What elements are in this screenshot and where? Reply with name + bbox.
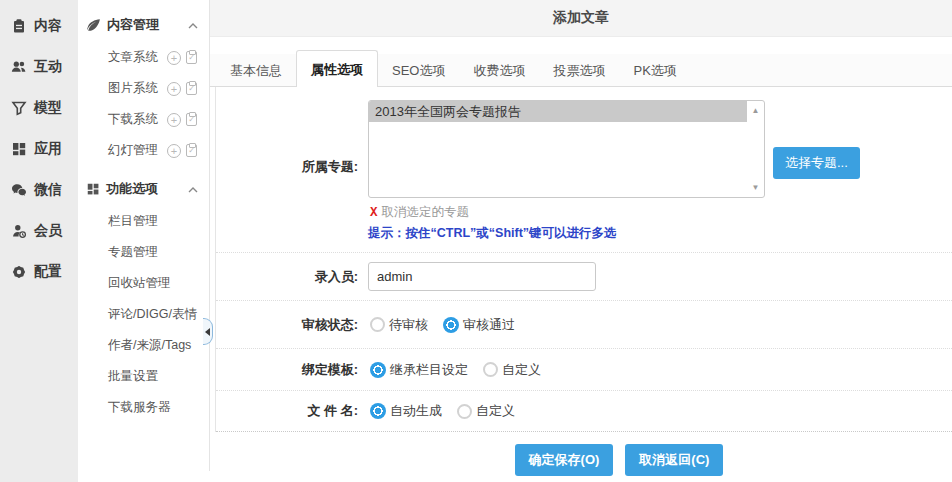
menu-item-column-management[interactable]: 栏目管理 [78,206,209,237]
form-panel: 所属专题: 2013年全国两会专题报告 ▲ ▼ 选择专题... X取消选定的专题… [215,87,952,432]
multiselect-tip: 提示：按住“CTRL”或“Shift”键可以进行多选 [368,225,617,242]
sidebar-item-wechat[interactable]: 微信 [0,169,78,210]
chevron-up-icon[interactable] [187,185,199,194]
tab-pk-options[interactable]: PK选项 [619,55,690,86]
add-icon[interactable]: + [167,113,181,127]
form-actions: 确定保存(O) 取消返回(C) [248,444,952,476]
gear-icon [11,264,27,280]
sidebar-item-member[interactable]: 会员 [0,210,78,251]
add-icon[interactable]: + [167,51,181,65]
bind-template-group: 继承栏目设定 自定义 [370,361,541,379]
tab-seo-options[interactable]: SEO选项 [378,55,459,86]
tab-basic-info[interactable]: 基本信息 [216,55,296,86]
radio-auto-generate[interactable]: 自动生成 [370,402,442,420]
pen-icon [86,18,101,33]
primary-sidebar: 内容 互动 模型 应用 微信 会员 配置 [0,0,78,482]
chevron-left-icon [205,328,210,336]
section-header-function-options[interactable]: 功能选项 [78,172,209,206]
editor-row: 录入员: [216,253,952,301]
secondary-sidebar: 内容管理 文章系统 + ✓ 图片系统 + ✓ 下载系统 + ✓ 幻灯管理 + ✓… [78,0,210,471]
menu-item-recycle-bin[interactable]: 回收站管理 [78,268,209,299]
clipboard-icon [11,18,27,34]
sidebar-item-label: 应用 [34,140,62,158]
review-status-label: 审核状态: [216,316,364,334]
topic-option-selected[interactable]: 2013年全国两会专题报告 [369,101,747,122]
scroll-down-icon[interactable]: ▼ [747,183,764,192]
menu-item-topic-management[interactable]: 专题管理 [78,237,209,268]
sidebar-item-apps[interactable]: 应用 [0,128,78,169]
radio-inherit-column[interactable]: 继承栏目设定 [370,361,468,379]
menu-item-label: 作者/来源/Tags [108,337,191,354]
manage-icon[interactable]: ✓ [186,113,197,126]
menu-item-label: 栏目管理 [108,213,158,230]
sidebar-item-model[interactable]: 模型 [0,87,78,128]
editor-label: 录入员: [216,268,364,286]
listbox-scrollbar[interactable]: ▲ ▼ [747,101,764,197]
funnel-icon [11,100,27,116]
review-status-group: 待审核 审核通过 [370,316,515,334]
menu-item-label: 专题管理 [108,244,158,261]
topic-listbox[interactable]: 2013年全国两会专题报告 ▲ ▼ [368,100,765,198]
radio-icon [457,404,472,419]
menu-item-download-server[interactable]: 下载服务器 [78,392,209,423]
section-title: 功能选项 [106,180,158,198]
member-icon [11,223,27,239]
menu-item-label: 文章系统 [108,49,158,66]
tab-attribute-options[interactable]: 属性选项 [296,50,378,87]
scroll-up-icon[interactable]: ▲ [747,106,764,115]
section-header-content-management[interactable]: 内容管理 [78,8,209,42]
main-area: 添加文章 基本信息 属性选项 SEO选项 收费选项 投票选项 PK选项 所属专题… [210,0,952,482]
sidebar-item-label: 互动 [34,58,62,76]
manage-icon[interactable]: ✓ [186,144,197,157]
tab-bar: 基本信息 属性选项 SEO选项 收费选项 投票选项 PK选项 [210,54,952,87]
manage-icon[interactable]: ✓ [186,51,197,64]
sidebar-item-config[interactable]: 配置 [0,251,78,292]
radio-icon [370,317,385,332]
sidebar-item-label: 模型 [34,99,62,117]
tab-vote-options[interactable]: 投票选项 [539,55,619,86]
menu-item-label: 回收站管理 [108,275,171,292]
sidebar-item-interaction[interactable]: 互动 [0,46,78,87]
radio-template-custom[interactable]: 自定义 [483,361,541,379]
cancel-selected-topic-label: 取消选定的专题 [382,205,470,219]
topic-row: 所属专题: 2013年全国两会专题报告 ▲ ▼ 选择专题... X取消选定的专题… [216,87,952,253]
radio-filename-custom[interactable]: 自定义 [457,402,515,420]
menu-item-label: 批量设置 [108,368,158,385]
radio-review-passed[interactable]: 审核通过 [443,316,515,334]
filename-row: 文 件 名: 自动生成 自定义 [216,391,952,432]
sidebar-item-content[interactable]: 内容 [0,5,78,46]
menu-item-slideshow-management[interactable]: 幻灯管理 + ✓ [78,135,209,166]
filename-group: 自动生成 自定义 [370,402,515,420]
menu-item-download-system[interactable]: 下载系统 + ✓ [78,104,209,135]
sidebar-item-label: 会员 [34,222,62,240]
menu-item-batch-settings[interactable]: 批量设置 [78,361,209,392]
menu-item-author-source-tags[interactable]: 作者/来源/Tags [78,330,209,361]
sidebar-item-label: 微信 [34,181,62,199]
add-icon[interactable]: + [167,144,181,158]
grid-icon [11,141,27,157]
topic-label: 所属专题: [216,158,364,176]
menu-item-comments-digg[interactable]: 评论/DIGG/表情 [78,299,209,330]
chevron-up-icon[interactable] [187,21,199,30]
cancel-button[interactable]: 取消返回(C) [625,444,723,476]
page-title-bar: 添加文章 [210,0,952,37]
menu-item-article-system[interactable]: 文章系统 + ✓ [78,42,209,73]
menu-item-label: 下载服务器 [108,399,171,416]
radio-pending-review[interactable]: 待审核 [370,316,428,334]
filename-label: 文 件 名: [216,402,364,420]
sidebar-collapse-handle[interactable] [203,318,213,345]
tab-charge-options[interactable]: 收费选项 [459,55,539,86]
menu-item-label: 图片系统 [108,80,158,97]
manage-icon[interactable]: ✓ [186,82,197,95]
add-icon[interactable]: + [167,82,181,96]
editor-input[interactable] [368,262,596,291]
choose-topic-button[interactable]: 选择专题... [773,147,860,179]
radio-icon [443,317,459,333]
radio-icon [483,362,498,377]
cancel-selected-topic-link[interactable]: X取消选定的专题 [370,204,469,221]
bind-template-label: 绑定模板: [216,361,364,379]
sidebar-item-label: 内容 [34,17,62,35]
save-button[interactable]: 确定保存(O) [515,444,614,476]
section-title: 内容管理 [107,16,159,34]
menu-item-image-system[interactable]: 图片系统 + ✓ [78,73,209,104]
